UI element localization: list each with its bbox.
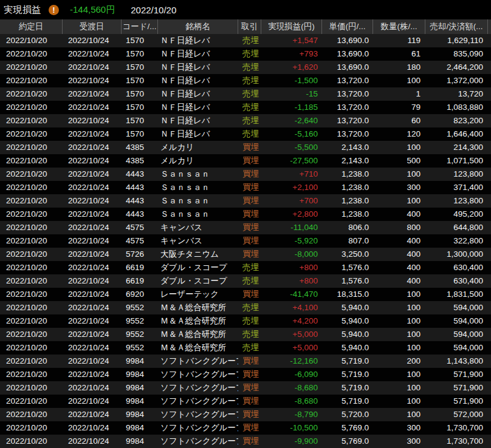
cell-stock-name: ＮＦ日経レバ: [158, 61, 238, 74]
cell-unit-price: 18,315.0: [322, 288, 373, 301]
table-row[interactable]: 2022/10/202022/10/241570ＮＦ日経レバ売埋-1,18513…: [0, 101, 491, 114]
table-row[interactable]: 2022/10/202022/10/244443Ｓａｎｓａｎ買埋+2,8001,…: [0, 208, 491, 221]
cell-filler: [488, 47, 491, 61]
cell-trade-date: 2022/10/20: [0, 208, 63, 221]
table-row[interactable]: 2022/10/202022/10/246619ダブル・スコープ売埋+8001,…: [0, 274, 491, 288]
cell-trade-date: 2022/10/20: [0, 314, 63, 328]
cell-quantity: 100: [373, 341, 425, 355]
table-row[interactable]: 2022/10/202022/10/244385メルカリ買埋-27,5002,1…: [0, 154, 491, 168]
table-row[interactable]: 2022/10/202022/10/249984ソフトバンクグループ買埋-8,7…: [0, 408, 491, 421]
cell-realized-pl: -5,160: [261, 127, 322, 141]
table-row[interactable]: 2022/10/202022/10/246619ダブル・スコープ売埋+8001,…: [0, 261, 491, 274]
cell-code: 5726: [122, 248, 158, 261]
table-header: 約定日受渡日コード/...銘柄名取引実現損益(円)単価(円/...数量(株/..…: [0, 19, 491, 34]
table-row[interactable]: 2022/10/202022/10/241570ＮＦ日経レバ売埋-5,16013…: [0, 127, 491, 141]
cell-stock-name: メルカリ: [158, 154, 238, 168]
cell-realized-pl: +793: [261, 47, 322, 61]
table-row[interactable]: 2022/10/202022/10/249552Ｍ＆Ａ総合研究所売埋+5,000…: [0, 341, 491, 355]
table-row[interactable]: 2022/10/202022/10/244575キャンバス買埋-5,920807…: [0, 234, 491, 248]
cell-quantity: 300: [373, 435, 425, 448]
table-row[interactable]: 2022/10/202022/10/241570ＮＦ日経レバ売埋+79313,6…: [0, 47, 491, 61]
cell-code: 1570: [122, 87, 158, 101]
cell-unit-price: 1,576.0: [322, 261, 373, 274]
cell-stock-name: ＮＦ日経レバ: [158, 47, 238, 61]
cell-code: 9984: [122, 435, 158, 448]
table-row[interactable]: 2022/10/202022/10/249984ソフトバンクグループ買埋-9,9…: [0, 435, 491, 448]
total-realized-pl: -144,560円: [70, 4, 115, 16]
cell-code: 9984: [122, 395, 158, 408]
cell-settlement-amount: 2,464,200: [425, 61, 488, 74]
cell-trade: 売埋: [238, 87, 261, 101]
cell-unit-price: 1,238.0: [322, 181, 373, 194]
table-row[interactable]: 2022/10/202022/10/246920レーザーテック買埋-41,470…: [0, 288, 491, 301]
table-row[interactable]: 2022/10/202022/10/244575キャンバス買埋-11,04080…: [0, 221, 491, 234]
cell-trade-date: 2022/10/20: [0, 341, 63, 355]
table-row[interactable]: 2022/10/202022/10/249552Ｍ＆Ａ総合研究所売埋+4,100…: [0, 301, 491, 314]
table-row[interactable]: 2022/10/202022/10/249552Ｍ＆Ａ総合研究所売埋+4,200…: [0, 314, 491, 328]
cell-code: 4443: [122, 208, 158, 221]
cell-realized-pl: -15: [261, 87, 322, 101]
header-col-stock-name: 銘柄名: [158, 19, 238, 34]
cell-code: 9984: [122, 381, 158, 395]
cell-filler: [488, 301, 491, 314]
cell-settle-date: 2022/10/24: [63, 314, 122, 328]
table-row[interactable]: 2022/10/202022/10/249984ソフトバンクグループ買埋-10,…: [0, 421, 491, 435]
cell-code: 4575: [122, 234, 158, 248]
cell-filler: [488, 408, 491, 421]
cell-trade: 売埋: [238, 301, 261, 314]
cell-filler: [488, 154, 491, 168]
cell-trade: 売埋: [238, 114, 261, 127]
cell-realized-pl: +700: [261, 194, 322, 208]
table-row[interactable]: 2022/10/202022/10/241570ＮＦ日経レバ売埋-1513,72…: [0, 87, 491, 101]
cell-stock-name: Ｍ＆Ａ総合研究所: [158, 314, 238, 328]
cell-quantity: 119: [373, 34, 425, 47]
cell-filler: [488, 274, 491, 288]
cell-trade-date: 2022/10/20: [0, 395, 63, 408]
cell-settlement-amount: 1,646,400: [425, 127, 488, 141]
cell-filler: [488, 368, 491, 381]
cell-filler: [488, 194, 491, 208]
table-row[interactable]: 2022/10/202022/10/249984ソフトバンクグループ買埋-6,0…: [0, 368, 491, 381]
cell-stock-name: ソフトバンクグループ: [158, 421, 238, 435]
cell-trade-date: 2022/10/20: [0, 114, 63, 127]
warning-icon[interactable]: !: [49, 5, 59, 15]
table-row[interactable]: 2022/10/202022/10/249984ソフトバンクグループ買埋-8,6…: [0, 395, 491, 408]
cell-unit-price: 1,238.0: [322, 194, 373, 208]
cell-unit-price: 13,690.0: [322, 34, 373, 47]
cell-code: 1570: [122, 127, 158, 141]
cell-settle-date: 2022/10/24: [63, 301, 122, 314]
table-row[interactable]: 2022/10/202022/10/244443Ｓａｎｓａｎ買埋+7101,23…: [0, 168, 491, 181]
cell-unit-price: 13,720.0: [322, 127, 373, 141]
table-row[interactable]: 2022/10/202022/10/244443Ｓａｎｓａｎ買埋+7001,23…: [0, 194, 491, 208]
cell-settle-date: 2022/10/24: [63, 328, 122, 341]
cell-code: 1570: [122, 114, 158, 127]
header-filler: [488, 19, 491, 34]
cell-trade-date: 2022/10/20: [0, 355, 63, 368]
realized-pl-toolbar: 実現損益 ! -144,560円 2022/10/20: [0, 0, 491, 19]
cell-quantity: 400: [373, 234, 425, 248]
cell-quantity: 1: [373, 87, 425, 101]
cell-filler: [488, 421, 491, 435]
cell-trade: 売埋: [238, 34, 261, 47]
cell-quantity: 100: [373, 328, 425, 341]
cell-settle-date: 2022/10/24: [63, 114, 122, 127]
cell-settle-date: 2022/10/24: [63, 395, 122, 408]
table-row[interactable]: 2022/10/202022/10/244385メルカリ買埋-5,5002,14…: [0, 141, 491, 154]
cell-filler: [488, 141, 491, 154]
table-row[interactable]: 2022/10/202022/10/241570ＮＦ日経レバ売埋-1,50013…: [0, 74, 491, 87]
cell-stock-name: キャンバス: [158, 234, 238, 248]
cell-quantity: 400: [373, 274, 425, 288]
table-row[interactable]: 2022/10/202022/10/241570ＮＦ日経レバ売埋+1,62013…: [0, 61, 491, 74]
table-row[interactable]: 2022/10/202022/10/249552Ｍ＆Ａ総合研究所売埋+5,000…: [0, 328, 491, 341]
table-row[interactable]: 2022/10/202022/10/245726大阪チタニウム買埋-8,0003…: [0, 248, 491, 261]
cell-filler: [488, 341, 491, 355]
table-row[interactable]: 2022/10/202022/10/249984ソフトバンクグループ買埋-12,…: [0, 355, 491, 368]
cell-stock-name: ＮＦ日経レバ: [158, 34, 238, 47]
cell-code: 9984: [122, 408, 158, 421]
table-row[interactable]: 2022/10/202022/10/241570ＮＦ日経レバ売埋-2,64013…: [0, 114, 491, 127]
table-row[interactable]: 2022/10/202022/10/244443Ｓａｎｓａｎ買埋+2,1001,…: [0, 181, 491, 194]
cell-trade: 売埋: [238, 314, 261, 328]
table-row[interactable]: 2022/10/202022/10/241570ＮＦ日経レバ売埋+1,54713…: [0, 34, 491, 47]
table-row[interactable]: 2022/10/202022/10/249984ソフトバンクグループ買埋-8,6…: [0, 381, 491, 395]
cell-stock-name: Ｍ＆Ａ総合研究所: [158, 328, 238, 341]
